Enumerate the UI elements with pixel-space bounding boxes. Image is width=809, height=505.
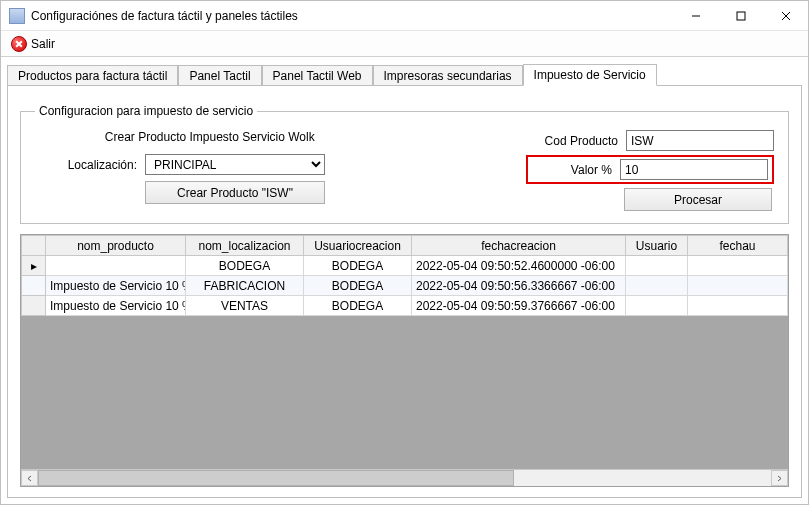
data-grid[interactable]: nom_producto nom_localizacion Usuariocre… (20, 234, 789, 487)
group-impuesto-servicio: Configuracion para impuesto de servicio … (20, 104, 789, 224)
minimize-icon (691, 11, 701, 21)
cell-usuariocreacion[interactable]: BODEGA (304, 296, 412, 316)
cell-fechacreacion[interactable]: 2022-05-04 09:50:56.3366667 -06:00 (412, 276, 626, 296)
cell-fechacreacion[interactable]: 2022-05-04 09:50:59.3766667 -06:00 (412, 296, 626, 316)
row-header[interactable]: ▸ (22, 256, 46, 276)
grid-corner[interactable] (22, 236, 46, 256)
title-bar[interactable]: Configuraciónes de factura táctil y pane… (1, 1, 808, 31)
procesar-button[interactable]: Procesar (624, 188, 772, 211)
scroll-right-button[interactable] (771, 470, 788, 486)
cell-nom-localizacion[interactable]: VENTAS (186, 296, 304, 316)
svg-rect-1 (737, 12, 745, 20)
error-circle-icon (11, 36, 27, 52)
valor-label: Valor % (530, 163, 620, 177)
localizacion-label: Localización: (35, 158, 145, 172)
col-fechau[interactable]: fechau (688, 236, 788, 256)
maximize-icon (736, 11, 746, 21)
col-usuario[interactable]: Usuario (626, 236, 688, 256)
tab-strip: Productos para factura táctil Panel Tact… (1, 57, 808, 85)
cell-nom-producto[interactable]: Impuesto de Servicio 10 % (46, 276, 186, 296)
close-button[interactable] (763, 1, 808, 30)
cell-nom-producto[interactable]: Impuesto de Servicio 10 % (46, 296, 186, 316)
window-title: Configuraciónes de factura táctil y pane… (31, 9, 673, 23)
table-row[interactable]: Impuesto de Servicio 10 % VENTAS BODEGA … (22, 296, 788, 316)
row-pointer-icon: ▸ (31, 259, 37, 273)
cell-fechacreacion[interactable]: 2022-05-04 09:50:52.4600000 -06:00 (412, 256, 626, 276)
group-legend: Configuracion para impuesto de servicio (35, 104, 257, 118)
cell-fechau[interactable] (688, 256, 788, 276)
scroll-thumb[interactable] (38, 470, 514, 486)
row-header[interactable] (22, 276, 46, 296)
valor-highlight: Valor % (526, 155, 774, 184)
cell-fechau[interactable] (688, 276, 788, 296)
chevron-left-icon (26, 475, 33, 482)
cell-usuario[interactable] (626, 276, 688, 296)
tab-productos-factura-tactil[interactable]: Productos para factura táctil (7, 65, 178, 86)
cell-usuariocreacion[interactable]: BODEGA (304, 256, 412, 276)
app-window: Configuraciónes de factura táctil y pane… (0, 0, 809, 505)
close-icon (781, 11, 791, 21)
scroll-track[interactable] (38, 470, 771, 486)
cod-producto-input[interactable] (626, 130, 774, 151)
cell-nom-localizacion[interactable]: BODEGA (186, 256, 304, 276)
horizontal-scrollbar[interactable] (21, 469, 788, 486)
cell-usuario[interactable] (626, 256, 688, 276)
tab-impuesto-de-servicio[interactable]: Impuesto de Servicio (523, 64, 657, 86)
crear-producto-heading: Crear Producto Impuesto Servicio Wolk (35, 130, 385, 144)
table-row[interactable]: Impuesto de Servicio 10 % FABRICACION BO… (22, 276, 788, 296)
row-header[interactable] (22, 296, 46, 316)
cod-producto-label: Cod Producto (536, 134, 626, 148)
cell-usuariocreacion[interactable]: BODEGA (304, 276, 412, 296)
cell-nom-localizacion[interactable]: FABRICACION (186, 276, 304, 296)
tab-panel-body: Configuracion para impuesto de servicio … (7, 85, 802, 498)
col-nom-localizacion[interactable]: nom_localizacion (186, 236, 304, 256)
tab-panel-tactil-web[interactable]: Panel Tactil Web (262, 65, 373, 86)
tab-impresoras-secundarias[interactable]: Impresoras secundarias (373, 65, 523, 86)
crear-producto-button[interactable]: Crear Producto "ISW" (145, 181, 325, 204)
salir-label: Salir (31, 37, 55, 51)
grid-header-row: nom_producto nom_localizacion Usuariocre… (22, 236, 788, 256)
tab-panel-tactil[interactable]: Panel Tactil (178, 65, 261, 86)
scroll-left-button[interactable] (21, 470, 38, 486)
cell-usuario[interactable] (626, 296, 688, 316)
window-controls (673, 1, 808, 30)
cell-nom-producto[interactable]: Impuesto de Servicio 10 % (46, 256, 186, 276)
salir-button[interactable]: Salir (5, 34, 61, 54)
chevron-right-icon (776, 475, 783, 482)
minimize-button[interactable] (673, 1, 718, 30)
col-fechacreacion[interactable]: fechacreacion (412, 236, 626, 256)
cell-fechau[interactable] (688, 296, 788, 316)
valor-input[interactable] (620, 159, 768, 180)
maximize-button[interactable] (718, 1, 763, 30)
toolbar: Salir (1, 31, 808, 57)
app-icon (9, 8, 25, 24)
table-row[interactable]: ▸ Impuesto de Servicio 10 % BODEGA BODEG… (22, 256, 788, 276)
localizacion-combo[interactable]: PRINCIPAL (145, 154, 325, 175)
col-usuariocreacion[interactable]: Usuariocreacion (304, 236, 412, 256)
col-nom-producto[interactable]: nom_producto (46, 236, 186, 256)
